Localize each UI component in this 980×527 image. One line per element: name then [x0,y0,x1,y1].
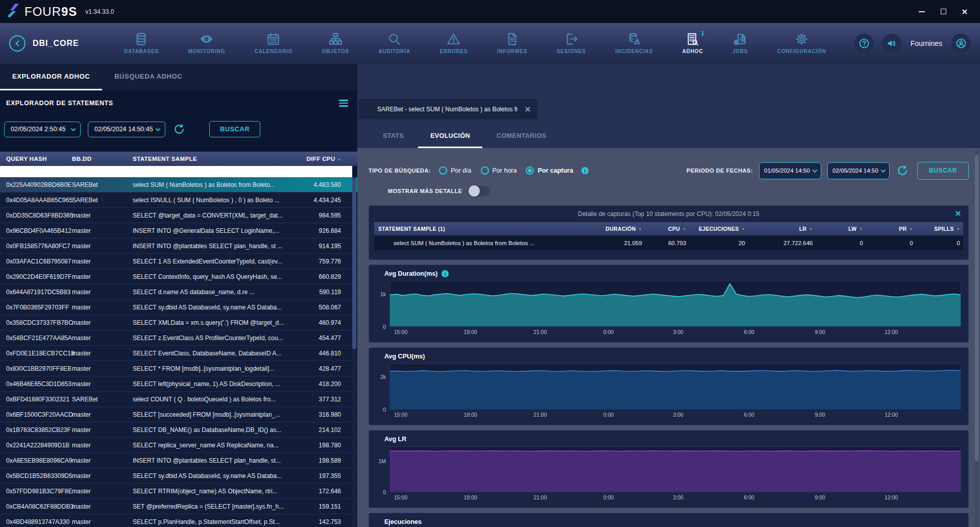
statements-scrollbar-thumb[interactable] [352,178,356,349]
captures-column-header[interactable]: PR▼ [866,226,916,232]
cell-bbdd: master [72,304,133,311]
tab-busqueda-adhoc[interactable]: BÚSQUEDA ADHOC [102,64,194,90]
table-row[interactable]: 0x290C2D4E0F619D7FmasterSELECT ContextIn… [0,269,357,284]
column-query-hash[interactable]: QUERY HASH [0,156,72,162]
radio-por-captura[interactable]: Por captura [526,166,573,175]
table-row[interactable]: 0x03AFAC1C6B795087masterSELECT 1 AS Exte… [0,254,357,269]
back-button[interactable] [9,35,26,52]
nav-item-monitoring[interactable]: MONITORING [188,32,225,55]
nav-item-auditoría[interactable]: AUDITORÍA [378,32,410,55]
table-row[interactable]: 0xDD35C8D63F8BD365masterSELECT @target_d… [0,208,357,223]
info-icon[interactable]: i [581,167,589,174]
table-row[interactable]: 0x2241A22284909D1BmasterSELECT replica_s… [0,438,357,453]
captures-column-header[interactable]: SPILLS▼ [916,226,963,232]
maximize-icon[interactable] [939,8,947,16]
table-row[interactable]: 0x5BCD1B52B63309D5masterSELECT sy.dbid A… [0,468,357,484]
tab-stats[interactable]: STATS [371,132,416,148]
tab-comentarios[interactable]: COMENTARIOS [484,132,558,148]
filter-row-empty[interactable] [0,166,352,177]
cell-statement-sample: SELECT XMLData = xm.s.query('.') FROM @t… [133,319,302,326]
nav-item-informes[interactable]: INFORMES [497,32,527,55]
more-detail-toggle[interactable] [469,186,490,196]
radio-por-hora[interactable]: Por hora [481,166,517,175]
info-icon[interactable]: i [442,270,449,277]
table-row[interactable]: 0x46B46E65C3D1D853masterSELECT left(phys… [0,376,357,392]
radio-por-día[interactable]: Por día [439,166,471,175]
cell-diff-cpu: 142.753 [302,518,357,525]
nav-item-databases[interactable]: DATABASES [124,32,159,55]
table-row[interactable]: 0x4D05A8AAAB65C965SAREBetselect ISNULL (… [0,193,357,208]
period-to-select[interactable]: 02/05/2024 14:50 [827,162,890,179]
period-search-button[interactable]: BUSCAR [917,162,969,180]
jobs-icon [733,32,747,46]
nav-item-configuración[interactable]: CONFIGURACIÓN [777,32,826,55]
captures-column-header[interactable]: DURACIÓN▼ [592,226,645,232]
table-row[interactable]: 0x1B763C83852CB23FmasterSELECT DB_NAME()… [0,422,357,438]
column-statement-sample[interactable]: STATEMENT SAMPLE [133,156,302,162]
period-from-select[interactable]: 01/05/2024 14:50 [759,162,821,179]
nav-item-incidencias[interactable]: INCIDENCIAS [616,32,653,55]
tab-explorador-adhoc[interactable]: EXPLORADOR ADHOC [0,64,102,90]
chart-panel-avg-duration-ms-: Avg Duration(ms)i1k015:0018:0021:000:003… [369,265,969,343]
table-row[interactable]: 0xA6E5EB98E8096CA9masterINSERT INTO @pla… [0,453,357,468]
table-row[interactable]: 0x57FDD981B3C79F8EmasterSELECT RTRIM(obj… [0,484,357,499]
table-row[interactable]: 0x4BD488913747A330masterSELECT p.PlanHan… [0,514,357,527]
captures-table-row[interactable]: select SUM ( NumBoletos ) as Boletos fro… [374,235,963,250]
table-row[interactable]: 0x358CDC37337FB7BCmasterSELECT XMLData =… [0,315,357,330]
detail-panel: SAREBet - select SUM ( NumBoletos ) as B… [357,64,980,527]
search-button[interactable]: BUSCAR [209,121,260,137]
main-nav: DBI_CORE DATABASESMONITORINGCALENDARIOOB… [0,23,980,64]
minimize-icon[interactable] [918,8,926,16]
detail-scrollbar-thumb[interactable] [975,155,978,461]
column-diff-cpu[interactable]: DIFF CPU▼ [302,156,357,162]
sound-button[interactable] [882,34,901,53]
tab-evolucion[interactable]: EVOLUCIÓN [418,132,482,148]
nav-item-jobs[interactable]: JOBS [732,32,748,55]
table-row[interactable]: 0x644A871917DC5B83masterSELECT d.name AS… [0,284,357,300]
sort-caret-icon: ▼ [337,158,341,161]
table-row[interactable]: 0x0FB1585776A80FC7masterINSERT INTO @pla… [0,238,357,254]
captures-column-header[interactable]: LR▼ [748,226,816,232]
x-axis-labels: 15:0018:0021:000:003:006:009:0012:00 [389,492,961,501]
nav-badge: 1 [701,30,704,36]
captures-cell: 27.722.646 [748,240,816,246]
table-row[interactable]: 0xCB4A08C62F88DDB3masterSET @preferredRe… [0,499,357,514]
nav-item-label: MONITORING [188,49,225,54]
table-row[interactable]: 0x830C1BB2970FF8EBmasterSELECT * FROM [m… [0,361,357,376]
help-button[interactable] [854,34,874,53]
captures-column-header[interactable]: LW▼ [816,226,866,232]
tab-close-icon[interactable] [525,105,530,114]
period-refresh-button[interactable] [896,164,909,177]
nav-item-sesiones[interactable]: SESIONES [557,32,586,55]
captures-column-header[interactable]: CPU▼ [645,226,690,232]
statement-doc-tab[interactable]: SAREBet - select SUM ( NumBoletos ) as B… [359,99,537,119]
account-button[interactable] [951,34,971,53]
table-row[interactable]: 0xFD0E1E18ECB7CC18masterSELECT EventClas… [0,346,357,361]
date-to-select[interactable]: 02/05/2024 14:50:45 [88,122,165,137]
captures-column-header[interactable]: STATEMENT SAMPLE (1) [374,226,592,232]
menu-icon[interactable] [339,100,348,107]
column-bbdd[interactable]: BB.DD [72,156,133,162]
table-row[interactable]: 0xBFD41880F3302321SAREBetselect COUNT ( … [0,392,357,407]
close-icon[interactable] [961,8,969,16]
table-row[interactable]: 0x6BF1500C3F20AACDmasterSELECT [succeede… [0,407,357,422]
nav-item-adhoc[interactable]: 1ADHOC [682,32,703,55]
y-axis-labels: 1M0 [374,446,389,492]
objects-icon [329,32,342,46]
nav-item-calendario[interactable]: CALENDARIO [255,32,293,55]
captures-cell: select SUM ( NumBoletos ) as Boletos fro… [374,240,592,246]
nav-item-errores[interactable]: ERRORES [439,32,468,55]
radio-label: Por captura [537,167,573,174]
table-row[interactable]: 0x7F0B0365F29703FFmasterSELECT sy.dbid A… [0,300,357,315]
table-row[interactable]: 0x96CBD4F0A465B412masterINSERT INTO @Gen… [0,223,357,238]
refresh-button[interactable] [173,123,186,136]
table-row[interactable]: 0x54BCF21E477AA85AmasterSELECT z.EventCl… [0,330,357,346]
search-type-label: TIPO DE BÚSQUEDA: [369,167,431,174]
captures-column-header[interactable]: EJECUCIONES▼ [689,226,748,232]
captures-close-icon[interactable] [955,210,962,219]
cell-statement-sample: INSERT INTO @GeneralData SELECT LoginNam… [133,227,302,234]
table-row[interactable]: 0x225A40902BBD6B0ESAREBetselect SUM ( Nu… [0,177,357,193]
databases-icon [134,32,148,46]
nav-item-objetos[interactable]: OBJETOS [322,32,349,55]
date-from-select[interactable]: 02/05/2024 2:50:45 [4,122,81,137]
